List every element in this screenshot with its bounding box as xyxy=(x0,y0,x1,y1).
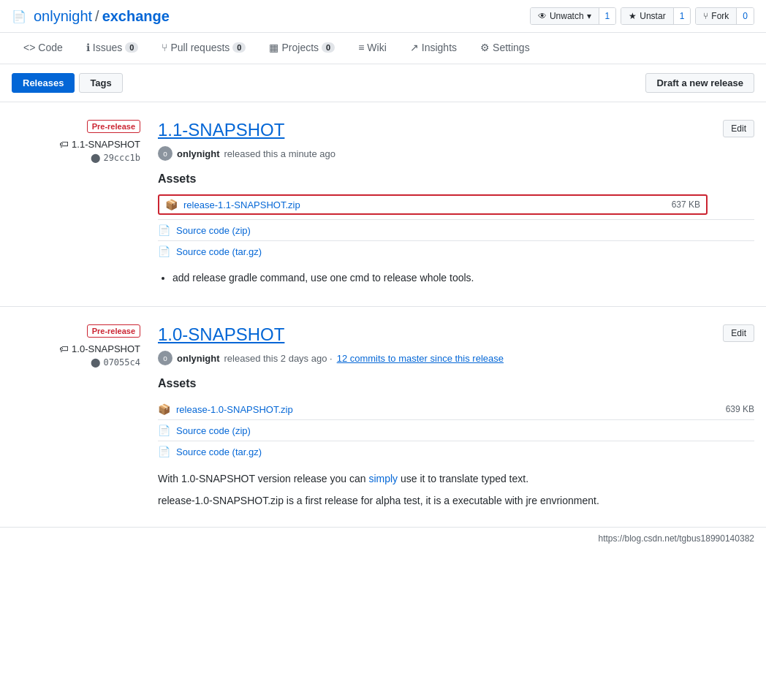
zip-icon-2: 📦 xyxy=(158,403,170,415)
release-note-item: add release gradle command, use one cmd … xyxy=(172,270,754,286)
sub-nav: Releases Tags Draft a new release xyxy=(0,64,766,102)
repo-owner-link[interactable]: onlynight xyxy=(34,8,92,25)
assets-heading: Assets xyxy=(158,172,754,186)
nav-item-issues[interactable]: ℹ Issues 0 xyxy=(75,33,151,64)
star-label: Unstar xyxy=(640,11,665,21)
release-main-header-2: 1.0-SNAPSHOT Edit xyxy=(158,324,754,351)
nav-insights-label: Insights xyxy=(422,42,457,53)
star-button-group: ★ Unstar 1 xyxy=(621,7,691,25)
repo-title: 📄 onlynight / exchange xyxy=(12,8,170,25)
list-item: 📄 Source code (tar.gz) xyxy=(158,441,754,462)
pr-icon: ⑂ xyxy=(162,42,167,53)
watermark: https://blog.csdn.net/tgbus18990140382 xyxy=(0,528,766,549)
commit-icon: ⬤ xyxy=(91,153,100,163)
release-title[interactable]: 1.1-SNAPSHOT xyxy=(158,120,284,140)
commit-label-2: ⬤ 07055c4 xyxy=(12,357,140,368)
asset-link-source-targz-1[interactable]: Source code (tar.gz) xyxy=(176,246,262,257)
wiki-icon: ≡ xyxy=(358,42,364,53)
list-item: 📦 release-1.1-SNAPSHOT.zip 637 KB xyxy=(158,194,708,215)
nav-code-label: Code xyxy=(38,42,62,53)
nav-item-pullrequests[interactable]: ⑂ Pull requests 0 xyxy=(150,33,257,64)
fork-count[interactable]: 0 xyxy=(736,8,754,24)
releases-tab[interactable]: Releases xyxy=(12,73,75,93)
commits-link[interactable]: 12 commits to master since this release xyxy=(337,353,504,364)
settings-icon: ⚙ xyxy=(480,42,490,53)
nav-item-wiki[interactable]: ≡ Wiki xyxy=(346,33,398,64)
asset-link-source-zip-1[interactable]: Source code (zip) xyxy=(176,225,251,236)
release-title-2[interactable]: 1.0-SNAPSHOT xyxy=(158,324,284,345)
list-item: 📄 Source code (zip) xyxy=(158,219,754,240)
tag-link-2[interactable]: 1.0-SNAPSHOT xyxy=(72,343,140,354)
edit-button-2[interactable]: Edit xyxy=(723,324,754,342)
table-row: Pre-release 🏷 1.1-SNAPSHOT ⬤ 29ccc1b 1.1… xyxy=(0,102,766,307)
asset-link-zip-1[interactable]: release-1.1-SNAPSHOT.zip xyxy=(183,199,300,210)
source-code-targz-icon: 📄 xyxy=(158,246,170,257)
repo-header: 📄 onlynight / exchange 👁 Unwatch ▾ 1 ★ U… xyxy=(0,0,766,33)
avatar-2: o xyxy=(158,351,172,365)
fork-label: Fork xyxy=(711,11,729,21)
assets-list: 📦 release-1.1-SNAPSHOT.zip 637 KB 📄 Sour… xyxy=(158,194,754,262)
fork-button[interactable]: ⑂ Fork xyxy=(696,8,736,24)
nav-settings-label: Settings xyxy=(493,42,530,53)
release-sidebar-2: Pre-release 🏷 1.0-SNAPSHOT ⬤ 07055c4 xyxy=(12,324,158,509)
tag-icon: 🏷 xyxy=(59,139,69,150)
source-code-icon-2: 📄 xyxy=(158,425,170,436)
zip-icon: 📦 xyxy=(165,199,178,210)
repo-nav: <> Code ℹ Issues 0 ⑂ Pull requests 0 ▦ P… xyxy=(0,33,766,64)
release-notes: add release gradle command, use one cmd … xyxy=(158,270,754,286)
tag-icon-2: 🏷 xyxy=(59,343,69,354)
watch-button-group: 👁 Unwatch ▾ 1 xyxy=(530,7,616,25)
assets-list-2: 📦 release-1.0-SNAPSHOT.zip 639 KB 📄 Sour… xyxy=(158,399,754,462)
commit-link[interactable]: 29ccc1b xyxy=(103,153,140,163)
source-code-targz-icon-2: 📄 xyxy=(158,446,170,457)
asset-link-source-targz-2[interactable]: Source code (tar.gz) xyxy=(176,446,262,457)
projects-icon: ▦ xyxy=(269,42,278,53)
issues-icon: ℹ xyxy=(86,42,90,53)
watch-label: Unwatch xyxy=(550,11,584,21)
commit-link-2[interactable]: 07055c4 xyxy=(103,357,140,368)
asset-link-source-zip-2[interactable]: Source code (zip) xyxy=(176,425,251,436)
star-count[interactable]: 1 xyxy=(673,8,691,24)
sub-nav-tabs: Releases Tags xyxy=(12,73,123,93)
release-meta: o onlynight released this a minute ago xyxy=(158,146,754,161)
star-button[interactable]: ★ Unstar xyxy=(621,8,672,24)
release-sidebar: Pre-release 🏷 1.1-SNAPSHOT ⬤ 29ccc1b xyxy=(12,120,158,289)
avatar: o xyxy=(158,146,172,161)
release-time-2: released this 2 days ago · xyxy=(224,353,333,364)
tag-link[interactable]: 1.1-SNAPSHOT xyxy=(72,139,140,150)
release-main-2: 1.0-SNAPSHOT Edit o onlynight released t… xyxy=(158,324,754,509)
release-description: With 1.0-SNAPSHOT version release you ca… xyxy=(158,471,754,509)
release-main: 1.1-SNAPSHOT Edit o onlynight released t… xyxy=(158,120,754,289)
list-item: 📦 release-1.0-SNAPSHOT.zip 639 KB xyxy=(158,399,754,419)
eye-icon: 👁 xyxy=(538,11,547,21)
watch-count[interactable]: 1 xyxy=(599,8,616,24)
issues-badge: 0 xyxy=(125,42,138,53)
nav-item-settings[interactable]: ⚙ Settings xyxy=(469,33,542,64)
nav-issues-label: Issues xyxy=(93,42,122,53)
asset-link-zip-2[interactable]: release-1.0-SNAPSHOT.zip xyxy=(176,404,293,415)
draft-release-button[interactable]: Draft a new release xyxy=(645,73,754,93)
insights-icon: ↗ xyxy=(410,42,419,53)
edit-button[interactable]: Edit xyxy=(723,120,754,137)
pr-badge: 0 xyxy=(232,42,246,53)
chevron-down-icon: ▾ xyxy=(587,11,591,21)
pre-release-badge: Pre-release xyxy=(87,120,140,133)
tags-tab[interactable]: Tags xyxy=(79,73,122,93)
watch-button[interactable]: 👁 Unwatch ▾ xyxy=(531,8,599,24)
repo-separator: / xyxy=(95,8,99,25)
nav-item-code[interactable]: <> Code xyxy=(12,33,75,64)
header-actions: 👁 Unwatch ▾ 1 ★ Unstar 1 ⑂ Fork 0 xyxy=(530,7,754,25)
list-item: 📄 Source code (tar.gz) xyxy=(158,240,754,262)
release-meta-2: o onlynight released this 2 days ago · 1… xyxy=(158,351,754,365)
nav-item-projects[interactable]: ▦ Projects 0 xyxy=(257,33,346,64)
commit-icon-2: ⬤ xyxy=(91,357,100,368)
nav-pr-label: Pull requests xyxy=(170,42,230,53)
code-icon: <> xyxy=(23,42,35,53)
pre-release-badge-2: Pre-release xyxy=(87,324,140,338)
release-time: released this a minute ago xyxy=(224,148,335,159)
repo-name-link[interactable]: exchange xyxy=(102,8,170,25)
table-row: Pre-release 🏷 1.0-SNAPSHOT ⬤ 07055c4 1.0… xyxy=(0,307,766,528)
repo-icon: 📄 xyxy=(12,9,26,23)
fork-icon: ⑂ xyxy=(703,11,708,21)
nav-item-insights[interactable]: ↗ Insights xyxy=(398,33,469,64)
